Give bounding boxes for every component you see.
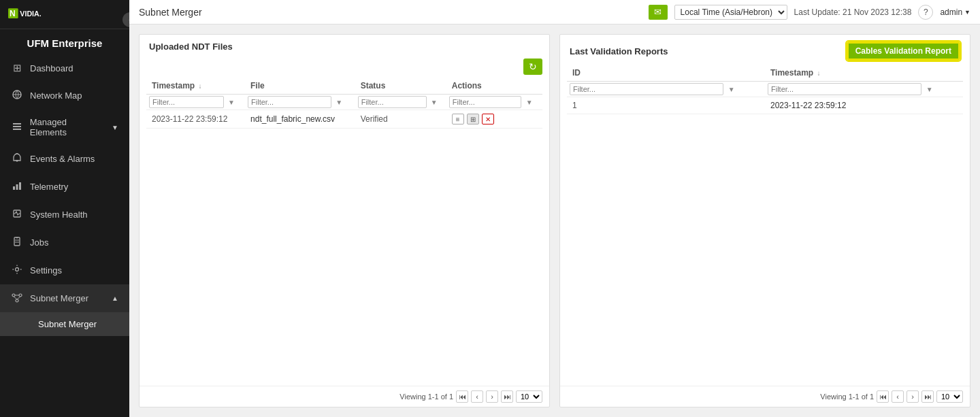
ndt-viewing-label: Viewing 1-1 of 1 (399, 393, 453, 401)
status-filter-input[interactable] (358, 96, 427, 108)
file-filter-icon[interactable]: ▼ (336, 99, 342, 106)
events-alarms-icon (11, 152, 23, 165)
timestamp-filter-input[interactable] (149, 96, 224, 108)
ndt-table-wrap: Timestamp ↓ File Status Actions (140, 78, 549, 386)
sidebar-submenu-item-subnet-merger[interactable]: Subnet Merger (0, 312, 129, 336)
sidebar-item-label: Dashboard (30, 63, 74, 73)
sidebar-item-jobs[interactable]: Jobs (0, 229, 129, 256)
sidebar-item-telemetry[interactable]: Telemetry (0, 173, 129, 201)
last-page-button[interactable]: ⏭ (501, 390, 513, 403)
validation-table-wrap: ID Timestamp ↓ ▼ (560, 65, 970, 386)
sidebar-item-subnet-merger[interactable]: Subnet Merger ▲ (0, 284, 129, 312)
col-id: ID (567, 65, 765, 82)
next-page-button[interactable]: › (906, 390, 919, 403)
svg-line-24 (17, 297, 20, 299)
id-filter-icon[interactable]: ▼ (728, 86, 735, 93)
validation-table-header-row: ID Timestamp ↓ (567, 65, 963, 82)
uploaded-ndt-panel: Uploaded NDT Files ↻ Timestamp ↓ File (139, 34, 550, 407)
sidebar-item-system-health[interactable]: System Health (0, 201, 129, 229)
next-page-button[interactable]: › (486, 390, 498, 403)
sidebar-item-label: Telemetry (30, 182, 68, 192)
cell-timestamp: 2023-11-22 23:59:12 (146, 110, 245, 129)
topbar: Subnet Merger ✉ Local Time (Asia/Hebron)… (129, 0, 980, 24)
delete-action-button[interactable]: ✕ (482, 114, 494, 124)
sidebar: N VIDIA. ‹ UFM Enterprise ⊞ Dashboard Ne… (0, 0, 129, 417)
topbar-right: ✉ Local Time (Asia/Hebron) Last Update: … (649, 5, 970, 20)
page-size-select[interactable]: 10 25 50 (516, 390, 542, 403)
svg-line-23 (14, 297, 17, 299)
action-icons: ≡ ⊞ ✕ (452, 114, 537, 124)
page-title: Subnet Merger (139, 7, 202, 18)
sidebar-item-events-alarms[interactable]: Events & Alarms (0, 145, 129, 173)
first-page-button[interactable]: ⏮ (456, 390, 468, 403)
list-action-button[interactable]: ≡ (452, 114, 464, 124)
col-timestamp: Timestamp ↓ (146, 78, 245, 95)
sidebar-item-label: Jobs (30, 237, 48, 248)
cell-status: Verified (355, 110, 446, 129)
help-button[interactable]: ? (918, 5, 933, 20)
image-action-button[interactable]: ⊞ (467, 114, 479, 124)
id-filter-input[interactable] (570, 83, 723, 95)
sidebar-nav: ⊞ Dashboard Network Map (0, 54, 129, 417)
validation-filter-row: ▼ ▼ (567, 82, 963, 97)
prev-page-button[interactable]: ‹ (892, 390, 904, 403)
sidebar-item-settings[interactable]: Settings (0, 256, 129, 284)
page-size-select[interactable]: 10 25 50 (936, 390, 963, 403)
uploaded-ndt-panel-header: Uploaded NDT Files (140, 35, 549, 56)
svg-point-20 (19, 294, 22, 297)
svg-rect-12 (19, 182, 21, 190)
sidebar-header: N VIDIA. ‹ (0, 0, 129, 29)
svg-point-15 (16, 237, 18, 239)
refresh-button[interactable]: ↻ (523, 59, 542, 75)
managed-elements-icon (11, 121, 23, 134)
table-row: 2023-11-22 23:59:12 ndt_full_fabric_new.… (146, 110, 542, 129)
last-page-button[interactable]: ⏭ (921, 390, 934, 403)
chevron-up-icon: ▲ (112, 295, 118, 302)
actions-filter-icon[interactable]: ▼ (526, 99, 533, 106)
sidebar-item-label: System Health (30, 210, 88, 220)
svg-point-18 (16, 268, 19, 271)
sidebar-item-managed-elements[interactable]: Managed Elements ▼ (0, 110, 129, 145)
prev-page-button[interactable]: ‹ (471, 390, 483, 403)
cell-file: ndt_full_fabric_new.csv (245, 110, 355, 129)
col-status: Status (355, 78, 446, 95)
sidebar-item-label: Managed Elements (30, 117, 105, 137)
sort-icon: ↓ (817, 69, 820, 77)
sidebar-logo: N VIDIA. (0, 0, 129, 29)
svg-rect-10 (13, 186, 15, 190)
first-page-button[interactable]: ⏮ (877, 390, 889, 403)
subnet-merger-icon (11, 292, 23, 305)
table-row: 1 2023-11-22 23:59:12 (567, 97, 963, 114)
status-filter-icon[interactable]: ▼ (431, 99, 438, 106)
svg-point-19 (12, 294, 15, 297)
sidebar-item-dashboard[interactable]: ⊞ Dashboard (0, 54, 129, 82)
nvidia-logo-icon: N VIDIA. (8, 7, 63, 22)
file-filter-input[interactable] (248, 96, 331, 108)
col-timestamp: Timestamp ↓ (765, 65, 963, 82)
last-update-label: Last Update: 21 Nov 2023 12:38 (794, 7, 912, 17)
cables-validation-report-button[interactable]: Cables Validation Report (847, 41, 960, 61)
jobs-icon (11, 236, 23, 249)
actions-filter-input[interactable] (449, 96, 522, 108)
admin-menu[interactable]: admin ▼ (940, 7, 970, 17)
timezone-select[interactable]: Local Time (Asia/Hebron) (674, 5, 787, 20)
ndt-table: Timestamp ↓ File Status Actions (146, 78, 542, 129)
ndt-filter-row: ▼ ▼ ▼ ▼ (146, 95, 542, 110)
sort-icon: ↓ (198, 82, 201, 90)
svg-rect-6 (13, 129, 21, 130)
timestamp-filter-icon[interactable]: ▼ (228, 99, 235, 106)
sidebar-item-network-map[interactable]: Network Map (0, 82, 129, 110)
timestamp-filter-input[interactable] (768, 83, 921, 95)
svg-text:VIDIA.: VIDIA. (20, 10, 41, 18)
telemetry-icon (11, 180, 23, 193)
svg-point-21 (16, 299, 18, 302)
main-content: Subnet Merger ✉ Local Time (Asia/Hebron)… (129, 0, 980, 417)
mail-icon[interactable]: ✉ (649, 5, 668, 20)
timestamp-filter-icon[interactable]: ▼ (926, 86, 933, 93)
content-area: Uploaded NDT Files ↻ Timestamp ↓ File (129, 24, 980, 417)
chevron-down-icon: ▼ (112, 124, 118, 131)
app-title: UFM Enterprise (0, 29, 129, 54)
ndt-toolbar: ↻ (140, 56, 549, 78)
sidebar-item-label: Settings (30, 265, 62, 276)
sidebar-item-label: Subnet Merger (30, 293, 88, 303)
